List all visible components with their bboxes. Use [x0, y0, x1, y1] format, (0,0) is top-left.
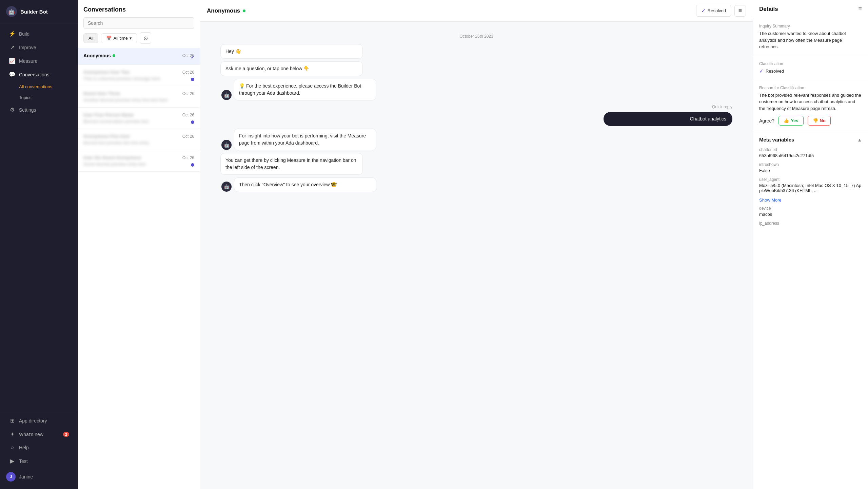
chat-menu-button[interactable]: ≡	[734, 5, 746, 17]
meta-key-device: device	[759, 206, 862, 211]
conversation-item-5[interactable]: Anonymous Five User Oct 26 blurred text …	[78, 129, 200, 150]
conv-dot-2	[191, 78, 194, 81]
sidebar-sub-all-conversations[interactable]: All conversations	[3, 81, 75, 92]
conv-filters: All 📅 All time ▾ ⊙	[83, 32, 194, 44]
conversations-header: Conversations All 📅 All time ▾ ⊙	[78, 0, 200, 48]
hamburger-icon: ≡	[738, 7, 742, 14]
chat-panel: Anonymous ✓ Resolved ≡ October 26th 2023…	[200, 0, 753, 489]
conversation-item-anonymous[interactable]: Anonymous Oct 26 ✓	[78, 48, 200, 65]
filter-date-button[interactable]: 📅 All time ▾	[101, 33, 137, 43]
sidebar-header: 🤖 Builder Bot	[0, 0, 78, 23]
sidebar-item-test[interactable]: ▶ Test	[3, 454, 75, 468]
conversation-item-6[interactable]: User Six Guest Anonymous Oct 26 Some blu…	[78, 150, 200, 172]
conversation-item-3[interactable]: Guest User Three Oct 26 Another blurred …	[78, 86, 200, 108]
meta-title-text: Meta variables	[759, 137, 794, 143]
sidebar-item-settings[interactable]: ⚙ Settings	[3, 103, 75, 116]
sidebar-user[interactable]: J Janine	[0, 468, 78, 486]
conv-resolved-check: ✓	[191, 54, 195, 60]
conv-preview-2: This is a blurred preview message here	[83, 76, 194, 81]
quick-reply-label: Quick reply	[220, 105, 732, 109]
meta-item-ip-address: ip_address	[759, 221, 862, 226]
agree-label: Agree?	[759, 118, 774, 124]
sidebar-item-conversations[interactable]: 💬 Conversations	[3, 68, 75, 81]
sidebar-item-whats-new[interactable]: ✦ What's new 2	[3, 428, 75, 441]
bot-avatar-1: 🤖	[221, 90, 232, 100]
help-icon: ○	[9, 445, 16, 451]
sidebar-item-build[interactable]: ⚡ Build	[3, 27, 75, 40]
conv-item-header: Anonymous Oct 26	[83, 53, 194, 58]
inquiry-summary-value: The customer wanted to know about chatbo…	[759, 30, 862, 50]
sidebar-bottom: ⊞ App directory ✦ What's new 2 ○ Help ▶ …	[0, 410, 78, 489]
conv-time-2: Oct 26	[182, 70, 194, 75]
conv-item-header-3: Guest User Three Oct 26	[83, 91, 194, 96]
meta-val-user-agent: Mozilla/5.0 (Macintosh; Intel Mac OS X 1…	[759, 183, 862, 193]
classification-label: Classification	[759, 61, 862, 66]
meta-collapse-button[interactable]: ▲	[857, 137, 862, 143]
agree-row: Agree? 👍 Yes 👎 No	[759, 116, 862, 126]
conv-item-header-5: Anonymous Five User Oct 26	[83, 134, 194, 139]
resolved-button[interactable]: ✓ Resolved	[696, 5, 731, 17]
classification-section: Classification ✓ Resolved	[753, 56, 868, 80]
message-overview: 🤖 Then click "Overview" to see your over…	[234, 177, 376, 192]
sidebar-sub-topics[interactable]: Topics	[3, 92, 75, 103]
meta-key-user-agent: user_agent	[759, 177, 862, 182]
test-label: Test	[19, 458, 28, 464]
conv-item-header-4: User Four Person Name Oct 26	[83, 112, 194, 117]
conv-name-2: Anonymous User Two	[83, 70, 130, 75]
online-indicator	[113, 54, 115, 57]
details-menu-button[interactable]: ≡	[858, 5, 862, 13]
details-title: Details	[759, 6, 778, 13]
chat-body: October 26th 2023 Hey 👋 Ask me a questio…	[200, 22, 753, 489]
meta-key-ip-address: ip_address	[759, 221, 862, 226]
agree-yes-button[interactable]: 👍 Yes	[778, 116, 803, 126]
filter-date-label: All time	[113, 36, 128, 41]
filter-all-button[interactable]: All	[83, 33, 98, 43]
details-panel: Details ≡ Inquiry Summary The customer w…	[753, 0, 868, 489]
conv-time-6: Oct 26	[182, 155, 194, 160]
user-name: Janine	[19, 474, 33, 479]
conversation-item-4[interactable]: User Four Person Name Oct 26 Blurred con…	[78, 108, 200, 129]
thumbs-down-icon: 👎	[813, 118, 818, 123]
no-label: No	[820, 118, 826, 123]
reason-value: The bot provided relevant responses and …	[759, 92, 862, 112]
sidebar-item-measure[interactable]: 📈 Measure	[3, 54, 75, 68]
chat-header-actions: ✓ Resolved ≡	[696, 5, 746, 17]
whats-new-icon: ✦	[9, 431, 16, 437]
sidebar-item-improve-label: Improve	[19, 45, 36, 50]
meta-item-introshown: introshown False	[759, 162, 862, 173]
message-clicking-measure: You can get there by clicking Measure in…	[220, 153, 363, 175]
measure-icon: 📈	[9, 58, 16, 64]
filter-extra-button[interactable]: ⊙	[140, 32, 151, 44]
conv-time-5: Oct 26	[182, 134, 194, 139]
sidebar-nav: ⚡ Build ↗ Improve 📈 Measure 💬 Conversati…	[0, 23, 78, 410]
meta-variables-section: Meta variables ▲ chatter_id 653af968af64…	[753, 131, 868, 235]
sidebar-item-app-directory[interactable]: ⊞ App directory	[3, 414, 75, 427]
calendar-icon: 📅	[106, 36, 112, 41]
sidebar-item-improve[interactable]: ↗ Improve	[3, 41, 75, 54]
sidebar-item-conversations-label: Conversations	[19, 72, 50, 77]
inquiry-summary-label: Inquiry Summary	[759, 24, 862, 29]
sidebar-item-help[interactable]: ○ Help	[3, 441, 75, 454]
sidebar-item-build-label: Build	[19, 31, 29, 37]
chevron-down-icon: ▾	[130, 36, 132, 41]
meta-val-chatter-id: 653af968af6419dc2c271df5	[759, 153, 862, 158]
conversations-title: Conversations	[83, 6, 194, 13]
conv-name-6: User Six Guest Anonymous	[83, 155, 141, 160]
chat-user-name: Anonymous	[207, 7, 245, 14]
show-more-link[interactable]: Show More	[759, 198, 782, 203]
conversation-item-2[interactable]: Anonymous User Two Oct 26 This is a blur…	[78, 65, 200, 86]
classification-row: ✓ Resolved	[759, 68, 862, 74]
conv-time-3: Oct 26	[182, 91, 194, 96]
build-icon: ⚡	[9, 31, 16, 37]
agree-no-button[interactable]: 👎 No	[808, 116, 831, 126]
meta-val-introshown: False	[759, 168, 862, 173]
search-input[interactable]	[83, 17, 194, 29]
conversations-icon: 💬	[9, 71, 16, 78]
reason-section: Reason for Classification The bot provid…	[753, 80, 868, 132]
conv-name-3: Guest User Three	[83, 91, 120, 96]
settings-icon: ⚙	[9, 107, 16, 113]
resolved-label: Resolved	[708, 8, 726, 13]
bot-avatar-2: 🤖	[221, 140, 232, 150]
chat-user-name-text: Anonymous	[207, 7, 240, 14]
inquiry-summary-section: Inquiry Summary The customer wanted to k…	[753, 18, 868, 56]
